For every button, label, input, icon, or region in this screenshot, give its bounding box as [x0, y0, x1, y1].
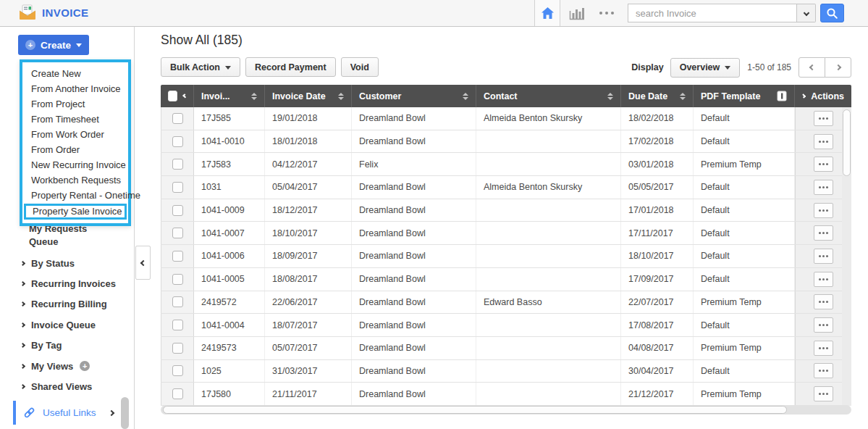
- row-actions-button[interactable]: [814, 341, 833, 356]
- search-input[interactable]: [628, 4, 797, 22]
- row-checkbox[interactable]: [172, 159, 183, 170]
- cell-contact: Almeida Benton Skursky: [476, 176, 621, 199]
- table-row[interactable]: 1041-0009 18/12/2017 Dreamland Bowl 17/0…: [161, 199, 851, 222]
- row-checkbox[interactable]: [172, 296, 183, 307]
- row-actions-button[interactable]: [814, 203, 833, 218]
- void-button[interactable]: Void: [341, 57, 379, 77]
- row-checkbox[interactable]: [172, 274, 183, 285]
- search-submit-button[interactable]: [820, 4, 844, 22]
- table-row[interactable]: 2419572 22/06/2017 Dreamland Bowl Edward…: [161, 291, 851, 315]
- sidebar-scrollbar-thumb[interactable]: [121, 397, 129, 429]
- row-select-cell: [161, 199, 194, 222]
- add-view-icon[interactable]: [80, 361, 90, 371]
- table-row[interactable]: 1041-0004 18/07/2017 Dreamland Bowl 17/0…: [161, 314, 851, 337]
- column-header-contact[interactable]: Contact: [476, 85, 621, 107]
- sort-icon[interactable]: [251, 93, 257, 100]
- table-row[interactable]: 2419573 05/07/2017 Dreamland Bowl 04/08/…: [161, 337, 851, 360]
- row-checkbox[interactable]: [172, 136, 183, 147]
- row-checkbox[interactable]: [172, 182, 183, 193]
- create-button[interactable]: Create: [18, 35, 89, 55]
- column-header-customer[interactable]: Customer: [352, 85, 476, 107]
- row-actions-button[interactable]: [814, 180, 833, 195]
- row-checkbox[interactable]: [172, 205, 183, 216]
- create-menu-item[interactable]: From Project: [22, 96, 128, 112]
- sidebar-nav-item[interactable]: By Tag: [0, 336, 135, 356]
- reports-button[interactable]: [569, 7, 585, 23]
- vertical-scrollbar-thumb[interactable]: [843, 109, 851, 176]
- row-actions-button[interactable]: [814, 317, 833, 333]
- prev-page-button[interactable]: [799, 57, 825, 78]
- row-actions-button[interactable]: [814, 249, 833, 264]
- table-row[interactable]: 1041-0007 18/10/2017 Dreamland Bowl 17/1…: [161, 222, 851, 245]
- ellipsis-icon: [822, 255, 825, 257]
- row-actions-button[interactable]: [814, 157, 833, 172]
- display-mode-dropdown[interactable]: Overview: [670, 58, 741, 78]
- useful-links-item[interactable]: Useful Links: [0, 401, 120, 425]
- create-menu-item[interactable]: Create New: [22, 66, 128, 81]
- select-all-checkbox[interactable]: [168, 91, 177, 101]
- sidebar-nav-item[interactable]: Invoice Queue: [0, 315, 135, 335]
- sort-icon[interactable]: [463, 93, 468, 100]
- row-actions-button[interactable]: [814, 134, 833, 149]
- row-checkbox[interactable]: [172, 320, 183, 330]
- scroll-columns-left-icon[interactable]: [182, 93, 187, 99]
- table-row[interactable]: 17J583 04/12/2017 Felix 03/01/2018 Premi…: [161, 153, 851, 176]
- table-row[interactable]: 1041-0005 18/08/2017 Dreamland Bowl 17/0…: [161, 268, 851, 291]
- column-header-due-date[interactable]: Due Date: [621, 85, 694, 107]
- actions-expand-icon[interactable]: [801, 93, 806, 98]
- row-checkbox[interactable]: [172, 113, 183, 124]
- table-vertical-scrollbar[interactable]: [842, 107, 851, 406]
- create-menu-item[interactable]: From Another Invoice: [22, 81, 128, 96]
- column-header-pdf-template[interactable]: PDF Template: [694, 85, 795, 107]
- row-actions-button[interactable]: [814, 111, 833, 126]
- sidebar-nav-item[interactable]: Recurring Billing: [0, 294, 135, 315]
- next-page-button[interactable]: [825, 57, 851, 78]
- row-checkbox[interactable]: [172, 228, 183, 238]
- record-payment-button[interactable]: Record Payment: [245, 57, 336, 77]
- row-actions-button[interactable]: [814, 272, 833, 287]
- row-actions-button[interactable]: [814, 363, 833, 378]
- row-actions-button[interactable]: [814, 225, 833, 241]
- sort-icon[interactable]: [338, 93, 344, 100]
- cell-due-date: 05/05/2017: [621, 176, 694, 199]
- more-options-ellipsis-icon[interactable]: [605, 12, 608, 14]
- row-actions-button[interactable]: [814, 386, 833, 401]
- search-options-dropdown-button[interactable]: [797, 4, 816, 22]
- table-horizontal-scrollbar[interactable]: [161, 405, 851, 415]
- row-checkbox[interactable]: [172, 365, 183, 376]
- create-menu-item[interactable]: Workbench Requests: [22, 172, 128, 188]
- table-row[interactable]: 1031 05/04/2017 Dreamland Bowl Almeida B…: [161, 176, 851, 199]
- row-actions-button[interactable]: [814, 294, 833, 309]
- table-row[interactable]: 1025 31/03/2017 Dreamland Bowl 30/04/201…: [161, 360, 851, 383]
- column-header-invoice-number[interactable]: Invoi...: [194, 85, 265, 107]
- sidebar-collapse-toggle[interactable]: [135, 246, 151, 280]
- home-button[interactable]: [534, 0, 560, 26]
- column-header-actions[interactable]: Actions: [795, 85, 851, 107]
- create-menu-item[interactable]: From Timesheet: [22, 112, 128, 127]
- table-row[interactable]: 17J580 21/11/2017 Dreamland Bowl 21/12/2…: [161, 383, 851, 406]
- sidebar-nav-item[interactable]: Shared Views: [0, 376, 135, 396]
- sidebar-nav-item[interactable]: Recurring Invoices: [0, 273, 135, 293]
- app-identity: INVOICE: [19, 4, 88, 20]
- create-menu-item[interactable]: Property Sale Invoice: [24, 204, 127, 220]
- sort-icon[interactable]: [680, 93, 686, 100]
- cell-pdf-template: Default: [694, 314, 795, 336]
- table-row[interactable]: 17J585 19/01/2018 Dreamland Bowl Almeida…: [161, 107, 851, 130]
- create-menu-item[interactable]: New Recurring Invoice: [22, 157, 128, 172]
- row-checkbox[interactable]: [172, 343, 183, 354]
- create-menu-item[interactable]: Property Rental - Onetime: [22, 188, 128, 203]
- sort-icon[interactable]: [607, 93, 613, 100]
- sidebar-nav-item[interactable]: My Views: [0, 356, 135, 376]
- table-row[interactable]: 1041-0006 18/09/2017 Dreamland Bowl 18/1…: [161, 245, 851, 268]
- column-options-icon[interactable]: [777, 91, 787, 101]
- create-menu-item[interactable]: From Order: [22, 142, 128, 157]
- sidebar-item-my-requests-queue[interactable]: My Requests Queue: [0, 222, 116, 249]
- table-row[interactable]: 1041-0010 18/01/2018 Dreamland Bowl 17/0…: [161, 130, 851, 154]
- row-checkbox[interactable]: [172, 388, 183, 399]
- column-header-invoice-date[interactable]: Invoice Date: [265, 85, 352, 107]
- create-menu-item[interactable]: From Work Order: [22, 127, 128, 142]
- horizontal-scrollbar-thumb[interactable]: [163, 406, 787, 414]
- bulk-action-button[interactable]: Bulk Action: [161, 57, 240, 77]
- row-checkbox[interactable]: [172, 251, 183, 262]
- sidebar-nav-item[interactable]: By Status: [0, 253, 135, 273]
